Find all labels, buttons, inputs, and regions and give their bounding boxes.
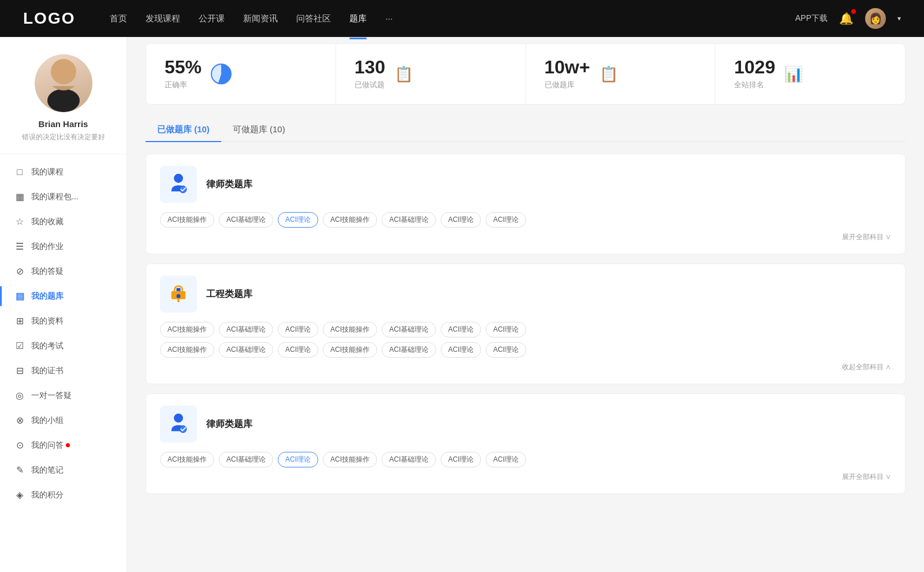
tag-2-active[interactable]: ACI理论	[278, 212, 318, 228]
sidebar-item-homework[interactable]: ☰ 我的作业	[0, 234, 126, 259]
sidebar-label-notes: 我的笔记	[31, 465, 64, 476]
logo[interactable]: LOGO	[23, 9, 75, 28]
lawyer-svg-2	[166, 412, 191, 436]
stat-done-questions: 130 已做试题 📋	[336, 44, 526, 104]
tab-available-banks[interactable]: 可做题库 (10)	[221, 118, 297, 141]
sidebar-item-course[interactable]: □ 我的课程	[0, 160, 126, 184]
notification-bell[interactable]: 🔔	[839, 12, 854, 25]
law2-tag-4[interactable]: ACI基础理论	[382, 452, 436, 467]
eng2-tag-5[interactable]: ACI理论	[441, 342, 481, 358]
nav-discover[interactable]: 发现课程	[146, 11, 180, 27]
stat-done-banks-value: 10w+	[545, 58, 590, 76]
nav-question-bank[interactable]: 题库	[349, 11, 367, 27]
sidebar-item-group[interactable]: ⊗ 我的小组	[0, 408, 126, 433]
expand-link-lawyer-1[interactable]: 展开全部科目 ∨	[160, 232, 891, 242]
sidebar-item-answers[interactable]: ⊘ 我的答疑	[0, 259, 126, 284]
sidebar-label-one-on-one: 一对一答疑	[31, 391, 72, 401]
profile-name: Brian Harris	[39, 119, 88, 129]
stat-done-banks-text: 10w+ 已做题库	[545, 58, 590, 90]
bank-icon-lawyer-2	[160, 406, 197, 443]
eng-tag-0[interactable]: ACI技能操作	[160, 322, 214, 337]
nav-home[interactable]: 首页	[110, 11, 127, 27]
stat-accuracy-value: 55%	[165, 58, 202, 76]
tag-5[interactable]: ACI理论	[441, 212, 481, 228]
law2-tag-5[interactable]: ACI理论	[441, 452, 481, 467]
answers-icon: ⊘	[14, 266, 25, 277]
eng2-tag-1[interactable]: ACI基础理论	[219, 342, 273, 358]
svg-rect-5	[177, 288, 181, 291]
law2-tag-1[interactable]: ACI基础理论	[219, 452, 273, 467]
eng2-tag-4[interactable]: ACI基础理论	[382, 342, 436, 358]
nav-news[interactable]: 新闻资讯	[243, 11, 278, 27]
nav-qa[interactable]: 问答社区	[296, 11, 331, 27]
tab-done-banks[interactable]: 已做题库 (10)	[146, 118, 221, 141]
qa-badge	[66, 443, 70, 447]
accuracy-chart-icon	[211, 64, 232, 84]
sidebar-item-materials[interactable]: ⊞ 我的资料	[0, 309, 126, 333]
eng2-tag-6[interactable]: ACI理论	[486, 342, 526, 358]
eng-tag-2[interactable]: ACI理论	[278, 322, 318, 337]
nav-more[interactable]: ···	[385, 11, 393, 27]
notification-badge	[851, 9, 856, 14]
nav-open-course[interactable]: 公开课	[199, 11, 225, 27]
eng-tag-4[interactable]: ACI基础理论	[382, 322, 436, 337]
sidebar-item-notes[interactable]: ✎ 我的笔记	[0, 458, 126, 482]
my-qa-icon: ⊙	[14, 440, 25, 451]
sidebar-label-my-qa: 我的问答	[31, 440, 64, 451]
sidebar-label-course-pkg: 我的课程包...	[31, 192, 79, 202]
main-content: 我的题库 体验剩余23天！ 55% 正确率 130 已做试题 📋 10w+ 已做…	[127, 0, 924, 535]
sidebar-menu: □ 我的课程 ▦ 我的课程包... ☆ 我的收藏 ☰ 我的作业 ⊘ 我的答疑 ▤…	[0, 154, 126, 513]
svg-point-8	[174, 414, 183, 423]
expand-link-lawyer-2[interactable]: 展开全部科目 ∨	[160, 472, 891, 482]
group-icon: ⊗	[14, 415, 25, 426]
tags-row-engineer-1: ACI技能操作 ACI基础理论 ACI理论 ACI技能操作 ACI基础理论 AC…	[160, 322, 891, 337]
bank-card-header-3: 律师类题库	[160, 406, 891, 443]
eng2-tag-3[interactable]: ACI技能操作	[323, 342, 377, 358]
sidebar-item-my-qa[interactable]: ⊙ 我的问答	[0, 433, 126, 458]
eng-tag-5[interactable]: ACI理论	[441, 322, 481, 337]
tag-4[interactable]: ACI基础理论	[382, 212, 436, 228]
eng-tag-3[interactable]: ACI技能操作	[323, 322, 377, 337]
sidebar-item-course-pkg[interactable]: ▦ 我的课程包...	[0, 184, 126, 209]
stat-done-banks: 10w+ 已做题库 📋	[526, 44, 716, 104]
homework-icon: ☰	[14, 241, 25, 252]
tags-row-engineer-2: ACI技能操作 ACI基础理论 ACI理论 ACI技能操作 ACI基础理论 AC…	[160, 342, 891, 358]
tag-0[interactable]: ACI技能操作	[160, 212, 214, 228]
avatar[interactable]: 👩	[865, 8, 886, 29]
tag-3[interactable]: ACI技能操作	[323, 212, 377, 228]
profile-avatar	[35, 54, 92, 112]
tag-6[interactable]: ACI理论	[486, 212, 526, 228]
avatar-image: 👩	[865, 8, 886, 29]
tag-1[interactable]: ACI基础理论	[219, 212, 273, 228]
app-download-link[interactable]: APP下载	[795, 13, 828, 24]
eng-tag-6[interactable]: ACI理论	[486, 322, 526, 337]
sidebar-label-certificate: 我的证书	[31, 366, 64, 376]
sidebar-item-favorites[interactable]: ☆ 我的收藏	[0, 209, 126, 234]
course-icon: □	[14, 167, 25, 177]
sidebar-item-certificate[interactable]: ⊟ 我的证书	[0, 358, 126, 383]
law2-tag-0[interactable]: ACI技能操作	[160, 452, 214, 467]
tabs-row: 已做题库 (10) 可做题库 (10)	[146, 118, 906, 142]
collapse-link-engineer[interactable]: 收起全部科目 ∧	[160, 362, 891, 372]
chevron-down-icon[interactable]: ▾	[897, 14, 901, 23]
eng2-tag-0[interactable]: ACI技能操作	[160, 342, 214, 358]
bank-card-lawyer-2: 律师类题库 ACI技能操作 ACI基础理论 ACI理论 ACI技能操作 ACI基…	[146, 393, 906, 494]
certificate-icon: ⊟	[14, 365, 25, 376]
sidebar-item-question-bank[interactable]: ▤ 我的题库	[0, 284, 126, 309]
stat-done-questions-text: 130 已做试题	[355, 58, 385, 90]
bell-icon: 🔔	[839, 12, 854, 25]
main-nav: 首页 发现课程 公开课 新闻资讯 问答社区 题库 ···	[110, 11, 795, 27]
sidebar-item-one-on-one[interactable]: ◎ 一对一答疑	[0, 383, 126, 408]
svg-rect-7	[177, 299, 180, 302]
svg-point-2	[174, 174, 183, 183]
eng2-tag-2[interactable]: ACI理论	[278, 342, 318, 358]
law2-tag-6[interactable]: ACI理论	[486, 452, 526, 467]
question-bank-icon: ▤	[14, 291, 25, 302]
sidebar-item-points[interactable]: ◈ 我的积分	[0, 482, 126, 507]
law2-tag-2-active[interactable]: ACI理论	[278, 452, 318, 467]
stats-row: 55% 正确率 130 已做试题 📋 10w+ 已做题库 📋 1029 全站排名	[146, 43, 906, 105]
stat-accuracy-text: 55% 正确率	[165, 58, 202, 90]
law2-tag-3[interactable]: ACI技能操作	[323, 452, 377, 467]
eng-tag-1[interactable]: ACI基础理论	[219, 322, 273, 337]
sidebar-item-exam[interactable]: ☑ 我的考试	[0, 333, 126, 358]
